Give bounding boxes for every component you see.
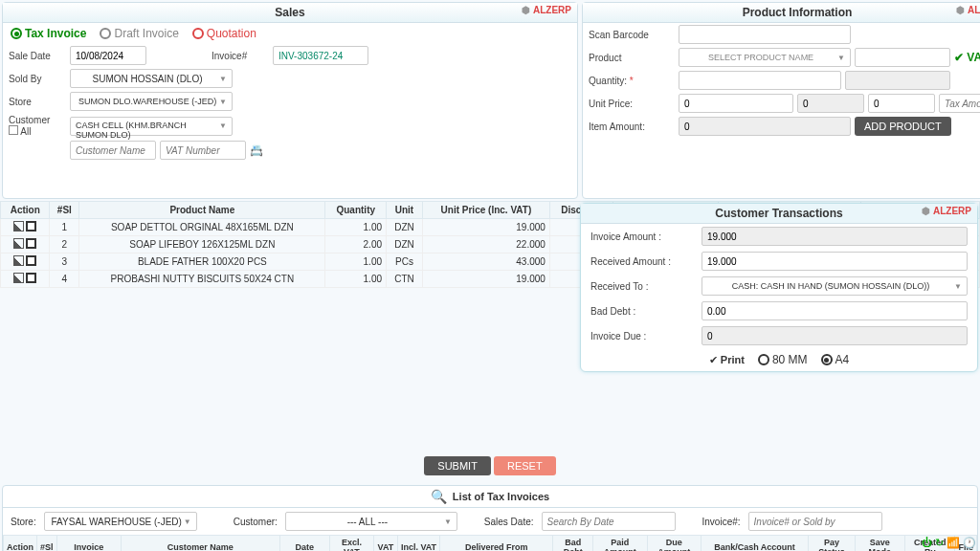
sold-by-select[interactable]: SUMON HOSSAIN (DLO)▼ bbox=[70, 69, 233, 88]
cust-trans-header: Customer Transactions⬢ ALZERP bbox=[581, 204, 977, 224]
add-customer-icon[interactable]: 📇 bbox=[250, 144, 263, 157]
store-label: Store bbox=[9, 97, 66, 107]
radio-a4[interactable]: A4 bbox=[821, 353, 850, 366]
product-label: Product bbox=[589, 53, 675, 63]
received-amount-input[interactable] bbox=[702, 252, 968, 271]
quantity-unit bbox=[845, 71, 950, 90]
col-header: #Sl bbox=[37, 536, 57, 552]
list-store-select[interactable]: FAYSAL WAREHOUSE (-JED)▼ bbox=[44, 512, 197, 531]
col-header: Customer Name bbox=[122, 536, 280, 552]
logo-icon: ⬢ ALZERP bbox=[922, 206, 971, 216]
unit-price-3[interactable] bbox=[868, 94, 935, 113]
col-header: Bad Debt bbox=[553, 536, 593, 552]
vat-number-input[interactable] bbox=[160, 141, 246, 160]
submit-button[interactable]: SUBMIT bbox=[424, 456, 491, 475]
customer-name-input[interactable] bbox=[70, 141, 156, 160]
customer-label: Customer All bbox=[9, 115, 66, 137]
invoice-list-table: Action#SlInvoiceCustomer NameDateExcl. V… bbox=[3, 535, 977, 551]
sales-header: Sales⬢ ALZERP bbox=[3, 3, 577, 23]
col-header: Date bbox=[279, 536, 329, 552]
list-header: 🔍List of Tax Invoices bbox=[3, 486, 977, 508]
scan-barcode-input[interactable] bbox=[679, 25, 851, 44]
unit-price-input[interactable] bbox=[679, 94, 793, 113]
col-header: Save Mode bbox=[855, 536, 904, 552]
store-select[interactable]: SUMON DLO.WAREHOUSE (-JED)▼ bbox=[70, 92, 233, 111]
col-header: Unit bbox=[387, 202, 423, 219]
item-amount-label: Item Amount: bbox=[589, 121, 675, 132]
col-header: Action bbox=[4, 536, 37, 552]
col-header: Action bbox=[1, 202, 50, 219]
sold-by-label: Sold By bbox=[9, 74, 66, 84]
invoice-amount-value bbox=[702, 227, 968, 246]
all-checkbox[interactable] bbox=[9, 125, 18, 135]
received-to-select[interactable]: CASH: CASH IN HAND (SUMON HOSSAIN (DLO))… bbox=[702, 276, 968, 296]
tab-tax-invoice[interactable]: Tax Invoice bbox=[11, 27, 86, 40]
col-header: Unit Price (Inc. VAT) bbox=[422, 202, 549, 219]
col-header: Invoice bbox=[56, 536, 121, 552]
bad-debt-label: Bad Debt : bbox=[590, 306, 696, 317]
col-header: Bank/Cash Account bbox=[701, 536, 808, 552]
item-amount-value bbox=[679, 117, 851, 136]
delete-icon[interactable] bbox=[26, 255, 36, 266]
col-header: Delivered From bbox=[440, 536, 553, 552]
list-salesdate-input[interactable] bbox=[542, 512, 676, 531]
list-salesdate-label: Sales Date: bbox=[484, 517, 534, 527]
col-header: Product Name bbox=[79, 202, 325, 219]
sale-date-label: Sale Date bbox=[9, 51, 66, 61]
col-header: Due Amount bbox=[647, 536, 701, 552]
scan-barcode-label: Scan Barcode bbox=[589, 30, 675, 40]
tax-amount-input[interactable] bbox=[939, 94, 980, 113]
search-icon[interactable]: 🔍 bbox=[431, 489, 447, 504]
logo-icon: ⬢ ALZERP bbox=[956, 5, 980, 15]
invoice-no-label: Invoice# bbox=[212, 51, 269, 61]
list-customer-select[interactable]: --- ALL ---▼ bbox=[285, 512, 457, 531]
product-code-input[interactable] bbox=[855, 48, 950, 67]
list-invoiceno-label: Invoice#: bbox=[702, 517, 741, 527]
list-invoiceno-input[interactable] bbox=[748, 512, 882, 531]
delete-icon[interactable] bbox=[26, 221, 36, 231]
sale-date-input[interactable] bbox=[70, 46, 146, 65]
vat-checkbox[interactable]: ✔ VAT bbox=[954, 51, 980, 64]
logo-icon: ⬢ ALZERP bbox=[522, 5, 571, 15]
col-header: Pay Status bbox=[809, 536, 856, 552]
tab-draft-invoice[interactable]: Draft Invoice bbox=[100, 27, 178, 40]
invoice-no-input[interactable] bbox=[273, 46, 368, 65]
tab-quotation[interactable]: Quotation bbox=[192, 27, 256, 40]
list-customer-label: Customer: bbox=[234, 517, 278, 527]
status-bar: ⏻ ↻ 📶 🕐 bbox=[922, 537, 976, 549]
quantity-input[interactable] bbox=[679, 71, 841, 90]
col-header: Excl. VAT bbox=[329, 536, 374, 552]
received-amount-label: Received Amount : bbox=[590, 256, 696, 267]
power-icon[interactable]: ⏻ bbox=[922, 537, 932, 549]
quantity-label: Quantity: * bbox=[589, 76, 675, 86]
bad-debt-input[interactable] bbox=[702, 301, 968, 320]
edit-icon[interactable] bbox=[13, 238, 24, 249]
customer-select[interactable]: CASH CELL (KHM.BRANCH SUMON DLO)▼ bbox=[70, 117, 233, 136]
col-header: Incl. VAT bbox=[397, 536, 440, 552]
list-store-label: Store: bbox=[11, 517, 36, 527]
col-header: Quantity bbox=[325, 202, 387, 219]
unit-price-label: Unit Price: bbox=[589, 99, 675, 109]
col-header: VAT bbox=[374, 536, 398, 552]
edit-icon[interactable] bbox=[13, 255, 24, 266]
reset-button[interactable]: RESET bbox=[494, 456, 556, 475]
edit-icon[interactable] bbox=[13, 273, 24, 283]
invoice-due-value bbox=[702, 326, 968, 345]
delete-icon[interactable] bbox=[26, 273, 36, 283]
add-product-button[interactable]: ADD PRODUCT bbox=[855, 117, 951, 136]
unit-price-ro1 bbox=[797, 94, 864, 113]
print-checkbox[interactable]: ✔ Print bbox=[709, 354, 745, 366]
product-info-header: Product Information⬢ ALZERP bbox=[583, 3, 980, 23]
invoice-amount-label: Invoice Amount : bbox=[590, 231, 696, 242]
col-header: #Sl bbox=[50, 202, 79, 219]
edit-icon[interactable] bbox=[13, 221, 24, 231]
invoice-due-label: Invoice Due : bbox=[590, 331, 696, 342]
clock-icon[interactable]: 🕐 bbox=[963, 537, 976, 549]
received-to-label: Received To : bbox=[590, 281, 696, 292]
wifi-icon[interactable]: 📶 bbox=[947, 537, 960, 549]
col-header: Paid Amount bbox=[592, 536, 647, 552]
sync-icon[interactable]: ↻ bbox=[935, 537, 944, 549]
delete-icon[interactable] bbox=[26, 238, 36, 249]
product-select[interactable]: SELECT PRODUCT NAME▼ bbox=[679, 48, 851, 67]
radio-80mm[interactable]: 80 MM bbox=[758, 353, 808, 366]
